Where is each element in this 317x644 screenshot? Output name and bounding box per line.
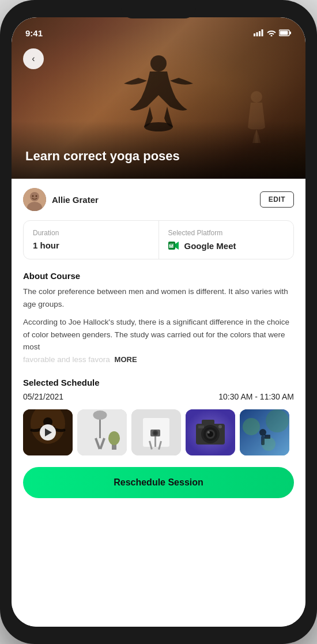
svg-point-7: [150, 55, 167, 71]
avatar-image: [23, 188, 46, 211]
instructor-row: Allie Grater EDIT: [23, 188, 294, 211]
svg-point-13: [32, 195, 34, 197]
google-meet-icon: M: [168, 240, 181, 251]
about-paragraph-1: The color preference between men and wom…: [23, 285, 294, 310]
thumb-studio2: [131, 409, 181, 455]
content-area[interactable]: Allie Grater EDIT Duration 1 hour Select…: [12, 179, 305, 627]
back-button[interactable]: ‹: [23, 48, 44, 69]
duration-cell: Duration 1 hour: [24, 221, 159, 259]
svg-rect-5: [280, 31, 288, 35]
instructor-name: Allie Grater: [52, 195, 99, 205]
thumb-content-4: [186, 409, 235, 455]
info-card: Duration 1 hour Selected Platform: [23, 220, 294, 259]
schedule-time: 10:30 AM - 11:30 AM: [218, 392, 294, 401]
svg-rect-38: [202, 420, 214, 425]
about-section: About Course The color preference betwee…: [23, 271, 294, 366]
svg-point-14: [36, 195, 37, 197]
about-paragraph-2: According to Joe Hallock's study, there …: [23, 316, 294, 366]
photo-thumb-5[interactable]: [240, 409, 289, 455]
play-button[interactable]: [40, 424, 56, 440]
schedule-date: 05/21/2021: [23, 392, 63, 401]
platform-label: Selected Platform: [168, 229, 285, 237]
avatar: [23, 188, 46, 211]
hero-title: Learn correct yoga poses: [25, 148, 292, 165]
thumb-outdoor: [240, 409, 289, 455]
svg-rect-51: [261, 436, 265, 445]
thumb-content-2: [77, 409, 127, 455]
status-time: 9:41: [25, 28, 43, 38]
svg-point-47: [243, 418, 260, 435]
paragraph2-text: According to Joe Hallock's study, there …: [23, 318, 289, 351]
svg-point-11: [30, 192, 39, 201]
schedule-row: 05/21/2021 10:30 AM - 11:30 AM: [23, 392, 294, 401]
svg-point-9: [251, 91, 262, 103]
svg-rect-52: [265, 435, 270, 439]
phone-screen: 9:41: [12, 17, 305, 627]
platform-value: M Google Meet: [168, 240, 285, 251]
schedule-section: Selected Schedule 05/21/2021 10:30 AM - …: [23, 378, 294, 401]
play-triangle-icon: [45, 428, 52, 436]
svg-rect-0: [254, 33, 255, 36]
reschedule-button[interactable]: Reschedule Session: [23, 467, 294, 498]
thumb-camera: [186, 409, 235, 455]
schedule-title: Selected Schedule: [23, 378, 294, 387]
back-arrow-icon: ‹: [32, 54, 35, 64]
signal-icon: [254, 29, 264, 36]
svg-point-43: [207, 431, 210, 434]
photo-thumb-1[interactable]: [23, 409, 73, 455]
photo-thumb-2[interactable]: [77, 409, 127, 455]
thumb-content-3: [131, 409, 181, 455]
svg-point-23: [93, 410, 107, 420]
svg-point-48: [266, 409, 289, 432]
platform-cell: Selected Platform M Google Meet: [159, 221, 294, 259]
svg-rect-6: [290, 32, 292, 35]
photo-thumb-3[interactable]: [131, 409, 181, 455]
svg-point-44: [218, 425, 222, 428]
platform-name: Google Meet: [184, 241, 236, 251]
svg-point-35: [154, 431, 157, 435]
status-bar: 9:41: [12, 17, 305, 43]
svg-rect-1: [256, 32, 258, 36]
status-icons: [254, 29, 292, 36]
thumb-studio: [77, 409, 127, 455]
photo-row: [23, 409, 294, 455]
duration-value: 1 hour: [33, 240, 149, 250]
phone-frame: 9:41: [0, 0, 317, 644]
thumb-content-5: [240, 409, 289, 455]
svg-text:M: M: [169, 243, 173, 249]
notch: [121, 0, 196, 18]
faded-text: favorable and less favora: [23, 355, 110, 364]
edit-button[interactable]: EDIT: [260, 191, 294, 208]
svg-point-27: [108, 431, 120, 445]
wifi-icon: [267, 29, 276, 36]
svg-rect-3: [262, 29, 263, 36]
about-title: About Course: [23, 271, 294, 281]
svg-rect-2: [259, 31, 261, 36]
svg-rect-45: [198, 425, 204, 428]
more-button[interactable]: MORE: [115, 355, 137, 364]
duration-label: Duration: [33, 229, 149, 237]
photo-thumb-4[interactable]: [186, 409, 235, 455]
battery-icon: [279, 29, 292, 36]
instructor-info: Allie Grater: [23, 188, 99, 211]
